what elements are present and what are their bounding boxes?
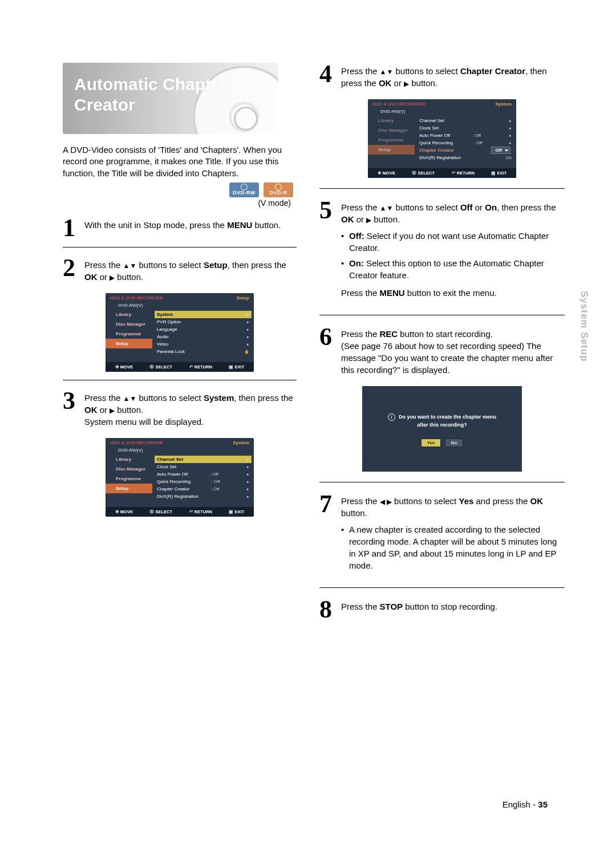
osd-row: Quick Recording: Off▸ — [417, 139, 514, 147]
osd-footer: ✥ MOVE ⦿ SELECT ↶ RETURN ▣ EXIT — [106, 507, 254, 517]
osd-disc-label: DVD-RW(V) — [106, 303, 254, 310]
step-text: Press the ◀ ▶ buttons to select Yes and … — [341, 493, 565, 577]
step-text: Press the ▲▼ buttons to select System, t… — [84, 389, 297, 428]
osd-row: Parental Lock🔒 — [155, 348, 252, 355]
dialog-line1: Do you want to create the chapter menu — [399, 414, 496, 420]
osd-confirm-dialog: iDo you want to create the chapter menu … — [362, 386, 522, 472]
step7-note: A new chapter is created according to th… — [341, 524, 565, 571]
osd-screen-name: Setup — [237, 295, 249, 301]
step-8: 8 Press the STOP button to stop recordin… — [319, 598, 565, 621]
step-6: 6 Press the REC button to start recordin… — [319, 326, 565, 376]
step-text: Press the REC button to start recording.… — [341, 326, 565, 376]
v-mode-label: (V mode) — [63, 198, 291, 208]
osd-sidebar: Library Disc Manager Programme Setup — [368, 116, 415, 168]
osd-disc-label: DVD-RW(V) — [106, 448, 254, 455]
option-on: On: Select this option to use the Automa… — [341, 257, 565, 281]
osd-setup-screenshot: HDD & DVD RECORDERSetup DVD-RW(V) Librar… — [106, 293, 254, 372]
osd-row: Auto Power Off: Off▸ — [155, 470, 252, 478]
intro-text: A DVD-Video consists of 'Titles' and 'Ch… — [63, 144, 297, 179]
osd-screen-name: System — [233, 440, 249, 445]
right-column: 4 Press the ▲▼ buttons to select Chapter… — [319, 63, 565, 819]
up-down-icon: ▲▼ — [380, 68, 394, 76]
osd-side-item-selected: Setup — [106, 484, 152, 493]
page-footer: English - 35 — [502, 800, 548, 809]
step-2: 2 Press the ▲▼ buttons to select Setup, … — [63, 257, 297, 283]
dvd-rw-badge: DVD-RW — [229, 182, 259, 197]
dialog-line2: after this recording? — [417, 422, 467, 428]
osd-row-highlight: Chapter Creator Off — [417, 147, 514, 154]
osd-main: System▸ PVR Option▸ Language▸ Audio▸ Vid… — [152, 310, 254, 362]
osd-row: Clock Set▸ — [155, 463, 252, 470]
osd-main: Channel Set▸ Clock Set▸ Auto Power Off: … — [415, 116, 516, 168]
section-tab: System Setup — [578, 291, 590, 362]
exit-note: Press the MENU button to exit the menu. — [341, 287, 565, 299]
dialog-yes-button: Yes — [421, 439, 441, 447]
step-text: Press the ▲▼ buttons to select Setup, th… — [84, 257, 297, 283]
osd-side-item: Library — [106, 310, 152, 319]
step-text: With the unit in Stop mode, press the ME… — [84, 217, 281, 240]
osd-side-item: Disc Manager — [106, 464, 152, 474]
step-text: Press the STOP button to stop recording. — [341, 598, 497, 621]
osd-row: Chapter Creator: Off▸ — [155, 485, 252, 493]
divider — [319, 315, 565, 315]
osd-side-item-selected: Setup — [368, 145, 415, 155]
option-off: Off: Select if you do not want use Autom… — [341, 230, 565, 254]
osd-row: DivX(R) RegistrationOn — [417, 154, 514, 161]
step-number: 4 — [319, 63, 335, 89]
step-4: 4 Press the ▲▼ buttons to select Chapter… — [319, 63, 565, 89]
osd-dropdown: Off — [491, 147, 510, 154]
up-down-icon: ▲▼ — [123, 395, 137, 403]
step-number: 8 — [319, 598, 335, 621]
step-number: 2 — [63, 257, 79, 283]
step-number: 5 — [319, 199, 335, 305]
step-number: 3 — [63, 389, 79, 428]
osd-side-item: Programme — [106, 474, 152, 484]
section-hero: Automatic Chapter Creator — [63, 63, 278, 134]
osd-title: HDD & DVD RECORDER — [110, 295, 163, 301]
osd-row: Channel Set▸ — [417, 117, 514, 124]
osd-side-item: Library — [106, 455, 152, 464]
manual-page: Automatic Chapter Creator A DVD-Video co… — [0, 0, 616, 848]
dialog-no-button: No — [445, 439, 464, 447]
osd-row-selected: Channel Set▸ — [155, 456, 252, 463]
footer-language: English — [502, 800, 530, 809]
osd-screen-name: System — [496, 102, 512, 107]
osd-system-screenshot: HDD & DVD RECORDERSystem DVD-RW(V) Libra… — [106, 438, 254, 517]
up-down-icon: ▲▼ — [380, 204, 394, 212]
osd-side-item: Library — [368, 116, 415, 125]
osd-row: Clock Set▸ — [417, 124, 514, 132]
right-icon: ▶ — [110, 274, 115, 282]
osd-row: PVR Option▸ — [155, 318, 252, 326]
page-number: 35 — [538, 800, 548, 809]
step-number: 6 — [319, 326, 335, 376]
osd-row: Video▸ — [155, 340, 252, 348]
osd-footer: ✥ MOVE ⦿ SELECT ↶ RETURN ▣ EXIT — [106, 362, 254, 372]
right-icon: ▶ — [366, 216, 371, 224]
osd-row: DivX(R) Registration▸ — [155, 493, 252, 500]
left-right-icon: ◀ ▶ — [380, 498, 392, 506]
osd-row: Quick Recording: Off▸ — [155, 478, 252, 485]
osd-side-item: Programme — [368, 135, 415, 145]
osd-title: HDD & DVD RECORDER — [372, 102, 425, 107]
option-list: Off: Select if you do not want use Autom… — [341, 230, 565, 281]
osd-row-selected: System▸ — [155, 311, 252, 318]
osd-sidebar: Library Disc Manager Programme Setup — [106, 455, 152, 507]
info-icon: i — [388, 413, 395, 421]
step-5: 5 Press the ▲▼ buttons to select Off or … — [319, 199, 565, 305]
up-down-icon: ▲▼ — [123, 262, 137, 270]
osd-main: Channel Set▸ Clock Set▸ Auto Power Off: … — [152, 455, 254, 507]
section-title: Automatic Chapter Creator — [74, 74, 278, 115]
osd-row: Auto Power Off: Off▸ — [417, 132, 514, 139]
osd-chaptercreator-screenshot: HDD & DVD RECORDERSystem DVD-RW(V) Libra… — [368, 99, 516, 178]
left-column: Automatic Chapter Creator A DVD-Video co… — [63, 63, 297, 819]
divider — [319, 587, 565, 588]
step-number: 7 — [319, 493, 335, 577]
disc-type-badges: DVD-RW DVD-R — [63, 182, 293, 197]
osd-title: HDD & DVD RECORDER — [110, 440, 163, 445]
step-text: Press the ▲▼ buttons to select Off or On… — [341, 199, 565, 305]
step-3: 3 Press the ▲▼ buttons to select System,… — [63, 389, 297, 428]
osd-side-item-selected: Setup — [106, 339, 152, 348]
osd-side-item: Programme — [106, 329, 152, 339]
divider — [63, 247, 297, 247]
osd-disc-label: DVD-RW(V) — [368, 109, 516, 116]
